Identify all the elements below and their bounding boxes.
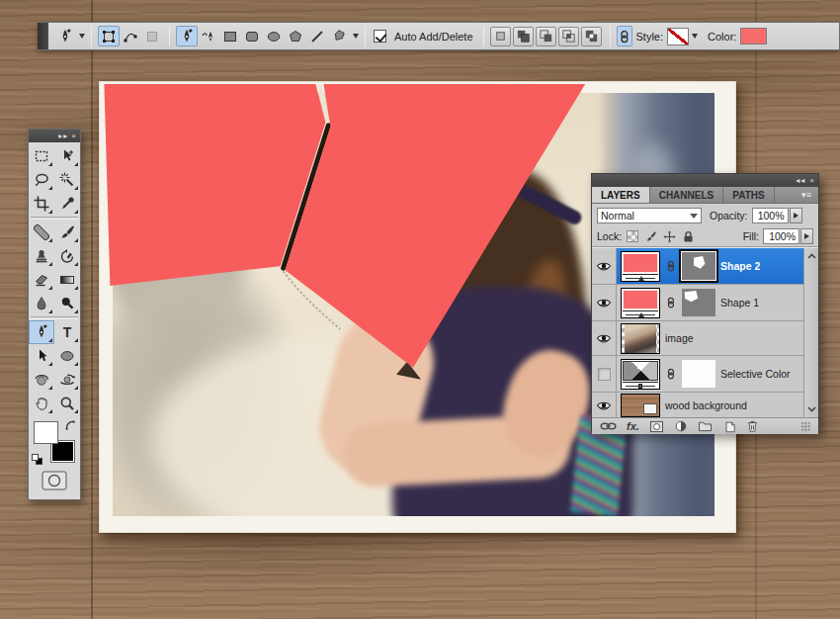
combine-intersect-button[interactable] <box>558 27 579 46</box>
lock-paint-icon[interactable] <box>644 230 657 243</box>
vector-mask-thumbnail[interactable] <box>682 252 715 280</box>
vector-mask-thumbnail[interactable] <box>682 289 715 316</box>
tool-rectangular-marquee[interactable] <box>29 144 54 168</box>
lock-all-icon[interactable] <box>682 230 695 243</box>
layer-visibility-toggle[interactable] <box>592 321 617 355</box>
mode-fill-pixels-button[interactable] <box>141 26 163 46</box>
tab-layers[interactable]: LAYERS <box>592 187 650 203</box>
collapse-panel-icon[interactable]: ◂◂ <box>796 176 805 185</box>
tool-magic-wand[interactable] <box>54 168 80 192</box>
tool-clone-stamp[interactable] <box>29 244 54 268</box>
opacity-value[interactable]: 100% <box>752 208 789 223</box>
layer-row-image[interactable]: image <box>592 321 803 356</box>
image-layer-thumbnail[interactable] <box>621 323 660 354</box>
tool-pen[interactable] <box>29 320 54 344</box>
opacity-slider-button[interactable] <box>790 208 802 223</box>
polygon-tool-button[interactable] <box>285 26 306 46</box>
tool-gradient[interactable] <box>54 268 80 292</box>
tool-3d-object-rotate[interactable] <box>29 368 54 392</box>
layer-row-wood-background[interactable]: wood background <box>592 393 803 417</box>
tool-path-selection[interactable] <box>29 344 54 368</box>
new-adjustment-layer-button[interactable] <box>674 419 688 433</box>
add-layer-mask-button[interactable] <box>649 420 664 433</box>
link-shapes-button[interactable] <box>617 26 632 46</box>
combine-add-button[interactable] <box>513 27 534 46</box>
tool-hand[interactable] <box>29 392 54 415</box>
freeform-pen-tool-button[interactable] <box>198 26 219 46</box>
mask-link-icon[interactable] <box>665 367 677 381</box>
foreground-color-swatch[interactable] <box>34 421 58 444</box>
tool-blur[interactable] <box>29 292 54 315</box>
default-colors-icon[interactable] <box>32 454 42 465</box>
new-layer-button[interactable] <box>722 420 736 433</box>
lock-position-icon[interactable] <box>663 230 676 243</box>
custom-shape-tool-button[interactable] <box>328 26 350 46</box>
layer-visibility-toggle[interactable] <box>592 248 617 284</box>
layer-styles-button[interactable]: fx. <box>627 420 639 432</box>
scroll-down-arrow[interactable] <box>804 402 818 416</box>
panel-resize-grip[interactable] <box>800 421 810 431</box>
adjustment-layer-thumbnail[interactable] <box>621 359 660 390</box>
rounded-rectangle-tool-button[interactable] <box>241 26 263 46</box>
style-dropdown-caret[interactable] <box>692 34 698 39</box>
auto-add-delete-checkbox[interactable] <box>374 30 386 43</box>
ellipse-tool-button[interactable] <box>263 26 285 46</box>
fill-layer-thumbnail[interactable] <box>621 251 660 282</box>
mode-shape-layers-button[interactable] <box>98 26 120 46</box>
preset-dropdown-caret[interactable] <box>79 34 85 39</box>
tool-preset-picker[interactable] <box>54 26 76 46</box>
combine-new-layer-button[interactable] <box>490 27 511 46</box>
wood-layer-thumbnail[interactable] <box>621 394 660 417</box>
fill-layer-thumbnail[interactable] <box>621 288 660 318</box>
layer-row-shape-2[interactable]: Shape 2 <box>592 248 803 285</box>
tool-spot-healing-brush[interactable] <box>29 221 54 244</box>
tool-dodge[interactable] <box>54 292 80 315</box>
tool-eyedropper[interactable] <box>54 192 80 216</box>
tool-eraser[interactable] <box>29 268 54 292</box>
collapse-panel-icon[interactable]: ▸▸ <box>58 132 68 140</box>
new-group-button[interactable] <box>698 420 713 432</box>
tool-history-brush[interactable] <box>54 244 80 268</box>
tool-lasso[interactable] <box>29 168 54 192</box>
rectangle-tool-button[interactable] <box>219 26 241 46</box>
tab-paths[interactable]: PATHS <box>723 187 774 203</box>
style-none-swatch[interactable] <box>667 28 689 45</box>
line-tool-button[interactable] <box>306 26 328 46</box>
tool-move[interactable] <box>54 144 80 168</box>
fill-slider-button[interactable] <box>800 228 813 244</box>
layer-row-shape-1[interactable]: Shape 1 <box>592 285 803 321</box>
options-bar-grip[interactable] <box>38 23 48 49</box>
delete-layer-button[interactable] <box>746 419 759 433</box>
tool-3d-rotate-camera[interactable] <box>54 368 80 392</box>
mask-link-icon[interactable] <box>665 296 677 310</box>
tool-crop[interactable] <box>29 192 54 216</box>
panel-menu-icon[interactable]: ▾≡ <box>795 187 818 203</box>
close-panel-icon[interactable]: × <box>71 132 77 140</box>
layers-scrollbar[interactable] <box>803 248 818 417</box>
scroll-up-arrow[interactable] <box>804 249 818 263</box>
tool-shape-ellipse[interactable] <box>54 344 80 368</box>
combine-subtract-button[interactable] <box>536 27 556 46</box>
link-layers-button[interactable] <box>600 420 617 432</box>
tool-zoom[interactable] <box>54 392 80 415</box>
tool-brush[interactable] <box>54 221 80 244</box>
blend-mode-select[interactable]: Normal <box>597 208 702 223</box>
pen-tool-button[interactable] <box>176 26 198 46</box>
mode-paths-button[interactable] <box>120 26 141 46</box>
tab-channels[interactable]: CHANNELS <box>650 187 724 203</box>
tool-type[interactable]: T <box>54 320 80 344</box>
quick-mask-button[interactable] <box>42 471 67 490</box>
swap-colors-icon[interactable] <box>64 419 77 432</box>
layer-visibility-toggle[interactable] <box>592 356 617 392</box>
layer-visibility-toggle[interactable] <box>592 285 617 320</box>
lock-transparency-icon[interactable] <box>627 230 638 242</box>
layer-mask-thumbnail[interactable] <box>682 360 715 388</box>
shape-tools-caret[interactable] <box>353 34 359 39</box>
shape-color-swatch[interactable] <box>740 28 767 44</box>
layer-row-selective-color[interactable]: Selective Color <box>592 356 803 393</box>
close-panel-icon[interactable]: × <box>809 176 815 185</box>
layer-visibility-toggle[interactable] <box>592 393 617 417</box>
fill-value[interactable]: 100% <box>763 228 799 244</box>
mask-link-icon[interactable] <box>665 259 677 273</box>
combine-exclude-button[interactable] <box>581 27 602 46</box>
